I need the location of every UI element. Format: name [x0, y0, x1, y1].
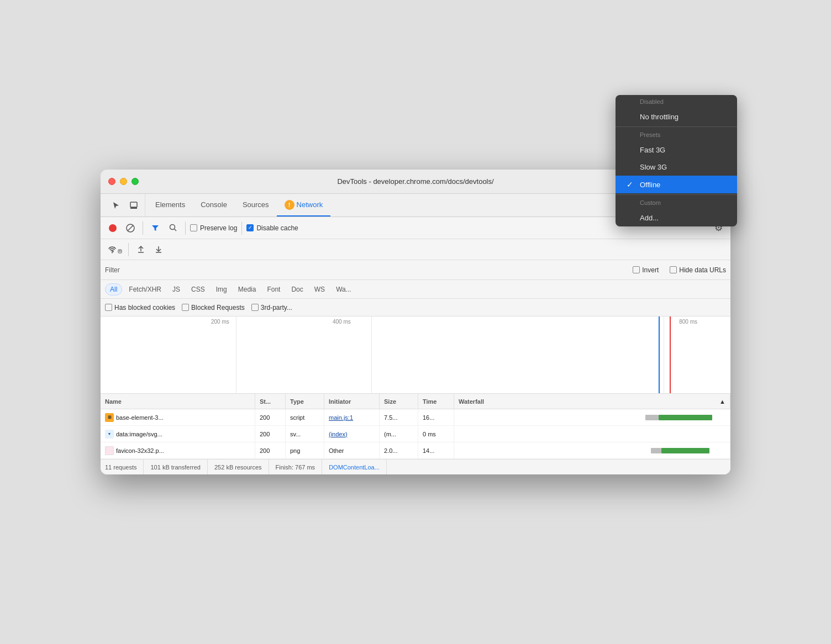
cell-name-3: favicon-32x32.p... — [101, 442, 255, 458]
export-button[interactable] — [151, 242, 166, 257]
dropdown-separator-2 — [616, 194, 730, 195]
warning-icon: ! — [285, 200, 294, 210]
hide-data-urls-checkbox[interactable] — [670, 266, 677, 273]
dropdown-item-offline[interactable]: ✓ Offline — [616, 176, 730, 193]
waterfall-bar-container-3 — [459, 442, 725, 458]
col-header-size[interactable]: Size — [380, 394, 418, 409]
col-header-type[interactable]: Type — [286, 394, 324, 409]
sort-arrow-icon: ▲ — [719, 398, 725, 405]
cursor-icon[interactable] — [108, 198, 124, 213]
res-tab-js[interactable]: JS — [168, 284, 185, 295]
svg-line-4 — [128, 225, 133, 231]
third-party-option[interactable]: 3rd-party... — [251, 304, 292, 312]
col-header-initiator[interactable]: Initiator — [324, 394, 380, 409]
has-blocked-cookies-option[interactable]: Has blocked cookies — [105, 304, 175, 312]
js-icon: ⊞ — [105, 413, 114, 422]
status-finish: Finish: 767 ms — [269, 460, 323, 474]
cell-waterfall-2 — [454, 426, 730, 442]
res-tab-css[interactable]: CSS — [187, 284, 209, 295]
initiator-link-2[interactable]: (index) — [329, 431, 348, 437]
col-header-status[interactable]: St... — [255, 394, 286, 409]
tab-sources[interactable]: Sources — [235, 194, 277, 217]
table-row[interactable]: favicon-32x32.p... 200 png Other 2.0... … — [101, 442, 730, 459]
status-resources: 252 kB resources — [208, 460, 269, 474]
res-tab-media[interactable]: Media — [234, 284, 261, 295]
network-table: Name St... Type Initiator Size Time Wate… — [101, 394, 730, 459]
tab-elements[interactable]: Elements — [148, 194, 193, 217]
waterfall-bar-green-1 — [659, 415, 712, 420]
svg-point-7 — [112, 252, 113, 253]
cell-type-3: png — [286, 442, 324, 458]
record-button[interactable] — [105, 220, 120, 236]
separator3 — [241, 221, 242, 235]
res-tab-wa[interactable]: Wa... — [332, 284, 356, 295]
cell-time-3: 14... — [418, 442, 454, 458]
clear-button[interactable] — [123, 220, 138, 236]
disable-cache-option[interactable]: Disable cache — [246, 224, 298, 232]
col-header-name[interactable]: Name — [101, 394, 255, 409]
import-button[interactable] — [133, 242, 149, 257]
cell-waterfall-1 — [454, 409, 730, 425]
resource-type-tabs: All Fetch/XHR JS CSS Img Media Font Doc … — [101, 280, 730, 299]
ruler-400ms: 400 ms — [333, 319, 351, 325]
status-bar: 11 requests 101 kB transferred 252 kB re… — [101, 459, 730, 474]
search-button[interactable] — [165, 220, 181, 236]
tab-console[interactable]: Console — [193, 194, 235, 217]
invert-checkbox[interactable] — [633, 266, 640, 273]
res-tab-all[interactable]: All — [105, 283, 122, 295]
filter-bar: Filter Invert Hide data URLs — [101, 260, 730, 280]
initiator-link-1[interactable]: main.js:1 — [329, 414, 353, 421]
blocked-filters-row: Has blocked cookies Blocked Requests 3rd… — [101, 299, 730, 316]
dom-content-link[interactable]: DOMContentLoa... — [329, 464, 380, 471]
svg-line-6 — [174, 229, 176, 231]
dropdown-section-custom: Custom — [616, 196, 730, 209]
invert-option[interactable]: Invert — [633, 266, 659, 274]
col-header-time[interactable]: Time — [418, 394, 454, 409]
tab-network[interactable]: ! Network — [277, 194, 331, 217]
waterfall-bar-gray-3 — [651, 448, 661, 453]
cell-type-1: script — [286, 409, 324, 425]
cell-status-1: 200 — [255, 409, 286, 425]
blocked-requests-option[interactable]: Blocked Requests — [182, 304, 245, 312]
res-tab-doc[interactable]: Doc — [287, 284, 307, 295]
hide-data-urls-option[interactable]: Hide data URLs — [670, 266, 726, 274]
ruler-200ms: 200 ms — [211, 319, 229, 325]
status-domcontent: DOMContentLoa... — [322, 460, 387, 474]
window-title: DevTools - developer.chrome.com/docs/dev… — [337, 177, 493, 186]
res-tab-font[interactable]: Font — [262, 284, 285, 295]
timeline-area: 200 ms 400 ms 800 ms — [101, 316, 730, 394]
cell-waterfall-3 — [454, 442, 730, 458]
close-button[interactable] — [108, 178, 115, 185]
png-icon — [105, 446, 114, 455]
dock-icon[interactable] — [126, 198, 141, 213]
res-tab-fetchxhr[interactable]: Fetch/XHR — [124, 284, 166, 295]
svg-rect-1 — [130, 207, 137, 209]
res-tab-img[interactable]: Img — [212, 284, 232, 295]
dropdown-item-slow3g[interactable]: Slow 3G — [616, 170, 730, 176]
svg-point-2 — [109, 224, 117, 232]
cell-size-3: 2.0... — [380, 442, 418, 458]
network-throttle-wifi-button[interactable] — [105, 242, 124, 257]
cell-initiator-3: Other — [324, 442, 380, 458]
filter-icon-button[interactable] — [148, 220, 163, 236]
dropdown-item-add[interactable]: Add... — [616, 209, 730, 226]
cell-initiator-2: (index) — [324, 426, 380, 442]
minimize-button[interactable] — [120, 178, 127, 185]
table-row[interactable]: ⊞ base-element-3... 200 script main.js:1… — [101, 409, 730, 426]
res-tab-ws[interactable]: WS — [310, 284, 329, 295]
third-party-checkbox[interactable] — [251, 304, 259, 311]
cell-initiator-1: main.js:1 — [324, 409, 380, 425]
blocked-cookies-checkbox[interactable] — [105, 304, 112, 311]
preserve-log-checkbox[interactable] — [190, 224, 197, 231]
toolbar-row2 — [101, 239, 730, 260]
throttling-dropdown: Disabled No throttling Presets Fast 3G S… — [616, 170, 730, 226]
col-header-waterfall[interactable]: Waterfall ▲ — [454, 394, 730, 409]
blocked-requests-checkbox[interactable] — [182, 304, 189, 311]
maximize-button[interactable] — [132, 178, 139, 185]
preserve-log-option[interactable]: Preserve log — [190, 224, 237, 232]
svg-point-5 — [170, 225, 175, 230]
table-row[interactable]: ▼ data:image/svg... 200 sv... (index) (m… — [101, 426, 730, 442]
cell-name-1: ⊞ base-element-3... — [101, 409, 255, 425]
tabs-list: Elements Console Sources ! Network — [148, 194, 640, 217]
disable-cache-checkbox[interactable] — [246, 224, 254, 231]
